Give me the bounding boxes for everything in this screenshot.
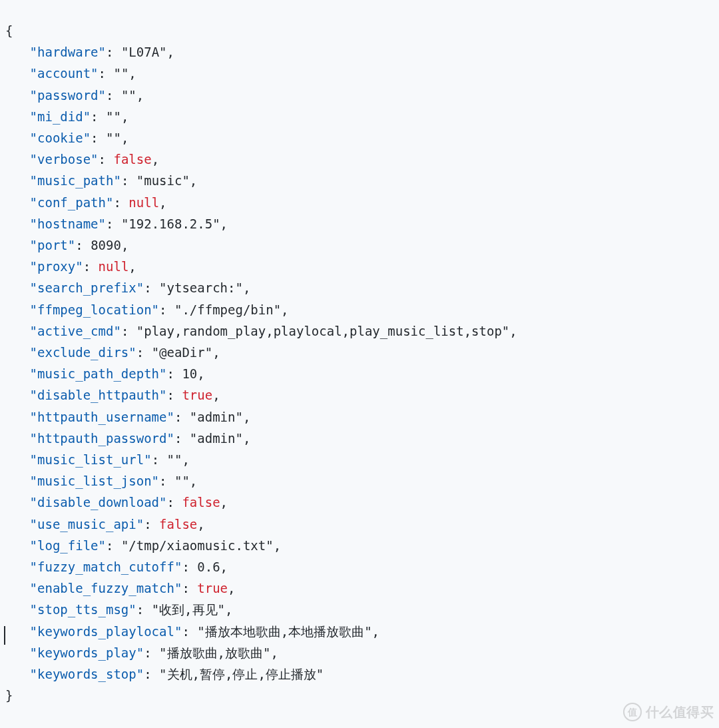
json-value: "music"	[136, 173, 190, 188]
json-key: "port"	[30, 238, 76, 252]
config-line: "log_file": "/tmp/xiaomusic.txt",	[5, 535, 714, 556]
json-key: "music_path"	[30, 173, 121, 188]
json-value: "192.168.2.5"	[121, 216, 220, 231]
config-line: "stop_tts_msg": "收到,再见",	[5, 599, 714, 620]
json-value: ""	[174, 474, 190, 488]
watermark: 值 什么值得买	[623, 701, 714, 723]
config-line: "music_path_depth": 10,	[5, 363, 714, 384]
json-key: "keywords_playlocal"	[30, 624, 182, 639]
json-key: "log_file"	[30, 538, 106, 553]
config-line: "disable_download": false,	[5, 492, 714, 513]
text-cursor	[4, 626, 5, 645]
json-value: "admin"	[190, 410, 243, 424]
json-key: "active_cmd"	[30, 324, 121, 338]
config-line: "ffmpeg_location": "./ffmpeg/bin",	[5, 299, 714, 320]
config-line: "keywords_playlocal": "播放本地歌曲,本地播放歌曲",	[5, 621, 714, 642]
json-key: "conf_path"	[30, 195, 114, 210]
config-line: "proxy": null,	[5, 256, 714, 277]
config-line: "active_cmd": "play,random_play,playloca…	[5, 320, 714, 342]
json-key: "fuzzy_match_cutoff"	[30, 559, 182, 574]
json-key: "hostname"	[30, 216, 106, 231]
json-value: 0.6	[197, 559, 220, 574]
watermark-icon: 值	[623, 703, 642, 721]
json-value: 10	[182, 366, 197, 381]
json-key: "proxy"	[30, 259, 83, 274]
config-line: "music_path": "music",	[5, 170, 714, 191]
json-key: "keywords_stop"	[30, 667, 144, 681]
json-value: "@eaDir"	[152, 345, 213, 360]
config-line: "search_prefix": "ytsearch:",	[5, 277, 714, 298]
config-line: "music_list_url": "",	[5, 449, 714, 470]
brace-open: {	[5, 20, 714, 41]
watermark-text: 什么值得买	[646, 701, 714, 723]
json-value: 8090	[91, 238, 121, 252]
json-key: "music_path_depth"	[30, 366, 167, 381]
json-value: "/tmp/xiaomusic.txt"	[121, 538, 274, 553]
json-value: "admin"	[190, 431, 243, 446]
config-line: "exclude_dirs": "@eaDir",	[5, 342, 714, 363]
json-key: "httpauth_password"	[30, 431, 174, 446]
json-value: ""	[106, 131, 121, 145]
json-value: false	[113, 152, 151, 167]
config-line: "hardware": "L07A",	[5, 41, 714, 63]
config-line: "httpauth_username": "admin",	[5, 406, 714, 428]
json-value: "播放歌曲,放歌曲"	[159, 645, 270, 660]
json-key: "music_list_url"	[30, 452, 152, 467]
config-line: "fuzzy_match_cutoff": 0.6,	[5, 556, 714, 577]
json-key: "verbose"	[30, 152, 99, 167]
json-value: "ytsearch:"	[159, 280, 243, 295]
config-line: "mi_did": "",	[5, 106, 714, 127]
json-key: "enable_fuzzy_match"	[30, 581, 182, 595]
json-value: ""	[113, 66, 128, 81]
config-line: "port": 8090,	[5, 234, 714, 256]
json-key: "music_list_json"	[30, 474, 159, 488]
json-key: "hardware"	[30, 45, 106, 59]
json-value: "播放本地歌曲,本地播放歌曲"	[197, 624, 371, 639]
brace-close: }	[5, 685, 714, 706]
json-value: false	[182, 495, 220, 510]
config-line: "httpauth_password": "admin",	[5, 428, 714, 449]
json-key: "disable_httpauth"	[30, 388, 167, 402]
svg-text:值: 值	[626, 707, 637, 717]
json-value: "L07A"	[121, 45, 167, 59]
config-line: "disable_httpauth": true,	[5, 384, 714, 406]
json-key: "stop_tts_msg"	[30, 602, 136, 617]
json-key: "exclude_dirs"	[30, 345, 136, 360]
config-line: "password": "",	[5, 85, 714, 106]
json-key: "disable_download"	[30, 495, 167, 510]
json-value: "关机,暂停,停止,停止播放"	[159, 667, 324, 681]
json-value: ""	[167, 452, 182, 467]
json-key: "mi_did"	[30, 109, 91, 124]
config-line: "enable_fuzzy_match": true,	[5, 577, 714, 599]
json-key: "httpauth_username"	[30, 410, 174, 424]
config-line: "keywords_play": "播放歌曲,放歌曲",	[5, 642, 714, 663]
json-value: "play,random_play,playlocal,play_music_l…	[136, 324, 510, 338]
json-value: ""	[106, 109, 121, 124]
json-key: "password"	[30, 88, 106, 103]
json-key: "keywords_play"	[30, 645, 144, 660]
json-key: "search_prefix"	[30, 280, 144, 295]
json-value: null	[99, 259, 129, 274]
json-value: false	[159, 517, 197, 532]
json-value: null	[128, 195, 159, 210]
json-value: "./ffmpeg/bin"	[174, 302, 281, 317]
config-line: "account": "",	[5, 63, 714, 84]
config-line: "use_music_api": false,	[5, 514, 714, 535]
json-code-block: {"hardware": "L07A","account": "","passw…	[0, 0, 719, 707]
json-value: true	[182, 388, 212, 402]
config-line: "verbose": false,	[5, 149, 714, 170]
json-key: "account"	[30, 66, 99, 81]
config-line: "hostname": "192.168.2.5",	[5, 213, 714, 234]
json-key: "ffmpeg_location"	[30, 302, 159, 317]
config-line: "conf_path": null,	[5, 192, 714, 213]
json-value: ""	[121, 88, 136, 103]
json-value: "收到,再见"	[152, 602, 225, 617]
config-line: "music_list_json": "",	[5, 470, 714, 492]
config-line: "cookie": "",	[5, 127, 714, 149]
json-key: "use_music_api"	[30, 517, 144, 532]
json-key: "cookie"	[30, 131, 91, 145]
json-value: true	[197, 581, 228, 595]
config-line: "keywords_stop": "关机,暂停,停止,停止播放"	[5, 663, 714, 685]
